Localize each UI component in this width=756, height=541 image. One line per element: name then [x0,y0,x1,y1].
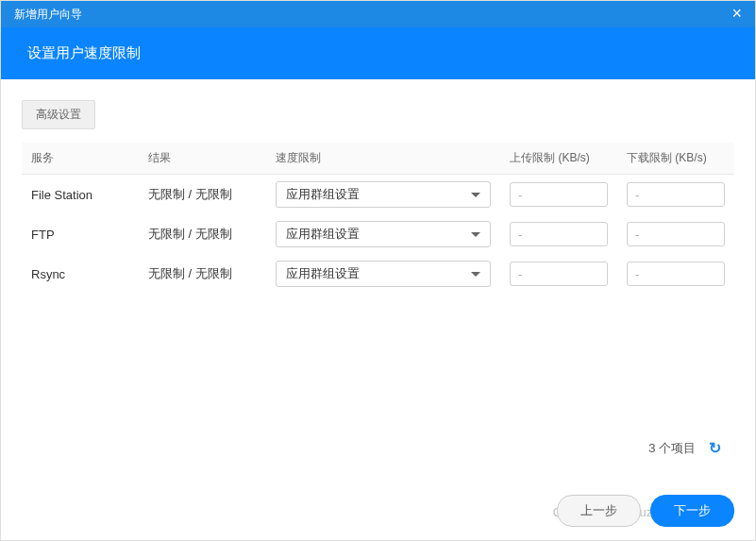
wizard-actions: 上一步 下一步 [557,495,734,527]
title-text: 新增用户向导 [14,7,82,23]
speed-limit-select[interactable]: 应用群组设置 [276,261,491,287]
page-title: 设置用户速度限制 [1,27,755,79]
download-limit-input[interactable]: - [627,262,725,286]
content-area: 高级设置 服务 结果 速度限制 上传限制 (KB/s) 下载限制 (KB/s) … [1,79,755,476]
table-header-row: 服务 结果 速度限制 上传限制 (KB/s) 下载限制 (KB/s) [22,143,734,175]
chevron-down-icon [471,272,480,277]
cell-service: File Station [22,175,139,215]
cell-result: 无限制 / 无限制 [139,214,266,254]
next-button[interactable]: 下一步 [650,495,734,527]
col-download-limit: 下载限制 (KB/s) [617,143,734,175]
col-speed-limit: 速度限制 [266,143,500,175]
col-upload-limit: 上传限制 (KB/s) [500,143,617,175]
speed-limit-select[interactable]: 应用群组设置 [276,221,491,247]
col-result: 结果 [139,143,266,175]
select-value: 应用群组设置 [286,186,360,203]
speed-limit-select[interactable]: 应用群组设置 [276,181,491,208]
refresh-icon[interactable]: ↻ [709,439,721,457]
prev-button[interactable]: 上一步 [557,495,641,527]
table-row: Rsync 无限制 / 无限制 应用群组设置 - - [22,254,734,294]
cell-result: 无限制 / 无限制 [139,254,266,294]
download-limit-input[interactable]: - [627,222,725,246]
upload-limit-input[interactable]: - [510,222,608,246]
table-row: FTP 无限制 / 无限制 应用群组设置 - - [22,214,734,254]
advanced-settings-button[interactable]: 高级设置 [22,100,95,129]
close-icon[interactable]: × [731,5,742,22]
upload-limit-input[interactable]: - [510,262,608,286]
select-value: 应用群组设置 [286,226,360,243]
col-service: 服务 [22,143,139,175]
speed-limit-table: 服务 结果 速度限制 上传限制 (KB/s) 下载限制 (KB/s) File … [22,143,734,294]
cell-result: 无限制 / 无限制 [139,175,266,215]
upload-limit-input[interactable]: - [510,182,608,207]
select-value: 应用群组设置 [286,265,360,282]
table-footer: 3 个项目 ↻ [22,430,734,466]
title-bar: 新增用户向导 × [1,1,755,27]
cell-service: Rsync [22,254,139,294]
download-limit-input[interactable]: - [627,182,725,207]
chevron-down-icon [471,193,480,197]
chevron-down-icon [471,232,480,237]
wizard-dialog: 新增用户向导 × 设置用户速度限制 高级设置 服务 结果 速度限制 上传限制 (… [0,0,756,541]
table-row: File Station 无限制 / 无限制 应用群组设置 - - [22,175,734,215]
item-count-label: 3 个项目 [648,440,696,457]
cell-service: FTP [22,214,139,254]
table-wrap: 服务 结果 速度限制 上传限制 (KB/s) 下载限制 (KB/s) File … [22,143,734,430]
